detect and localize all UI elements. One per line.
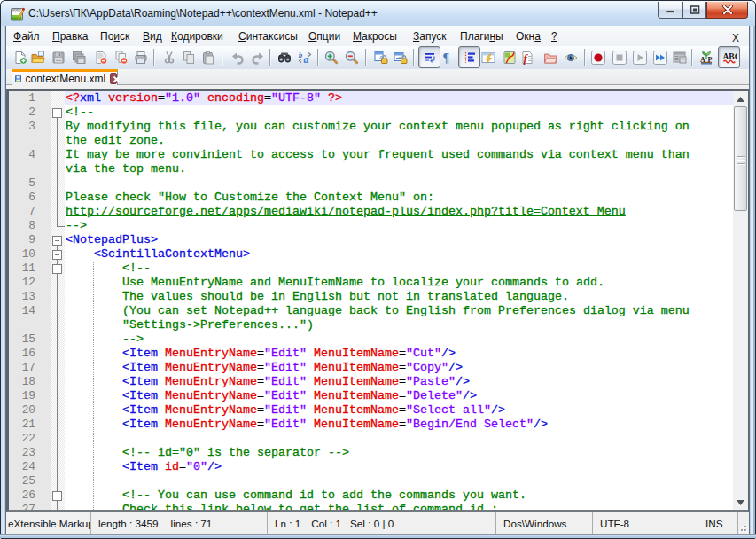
minimize-button[interactable] [658, 2, 682, 19]
code-text[interactable]: By modifying this file, you can customiz… [65, 120, 745, 134]
line-number-margin[interactable] [9, 318, 51, 332]
code-text[interactable]: --> [65, 332, 745, 347]
text-editor[interactable]: 1<?xml version="1.0" encoding="UTF-8" ?>… [9, 91, 748, 510]
line-number-margin[interactable]: 1 [9, 91, 51, 105]
menu-вид[interactable]: Вид [136, 26, 168, 46]
line-number-margin[interactable]: 9 [9, 233, 51, 247]
code-text[interactable] [65, 432, 745, 446]
macro-record-button[interactable] [588, 48, 608, 67]
menu-окна[interactable]: Окна [510, 26, 547, 46]
code-text[interactable]: (You can set Notepad++ language back to … [65, 304, 745, 318]
code-text[interactable]: <!-- id="0" is the separator --> [65, 446, 745, 460]
document-map-button[interactable] [500, 48, 519, 67]
menu-макросы[interactable]: Макросы [347, 26, 403, 46]
line-number-margin[interactable]: 21 [9, 418, 51, 432]
line-number-margin[interactable]: 23 [9, 446, 51, 460]
line-number-margin[interactable]: 4 [9, 148, 51, 162]
save-file-button[interactable] [49, 48, 68, 67]
fold-collapse-icon[interactable] [51, 247, 65, 262]
macro-run-multiple-button[interactable] [651, 48, 670, 67]
indent-guide-button[interactable] [458, 46, 480, 68]
find-button[interactable] [275, 48, 294, 67]
menu-поиск[interactable]: Поиск [94, 26, 136, 46]
menu-кодировки[interactable]: Кодировки [165, 26, 230, 46]
line-number-margin[interactable]: 7 [9, 205, 51, 219]
code-text[interactable]: It may be more convinient to access to y… [65, 148, 745, 162]
code-text[interactable]: <Item MenuEntryName="Edit" MenuItemName=… [65, 375, 745, 389]
fold-collapse-box-icon[interactable] [52, 236, 62, 246]
close-all-button[interactable] [112, 48, 131, 67]
code-text[interactable]: via the top menu. [65, 162, 745, 176]
line-number-margin[interactable]: 26 [9, 488, 51, 503]
line-number-margin[interactable]: 8 [9, 219, 51, 233]
code-text[interactable]: <Item MenuEntryName="Edit" MenuItemName=… [65, 418, 745, 432]
title-bar[interactable]: C:\Users\ПК\AppData\Roaming\Notepad++\co… [1, 1, 755, 26]
line-number-margin[interactable]: 13 [9, 290, 51, 304]
macro-save-button[interactable] [670, 48, 690, 67]
line-number-margin[interactable]: 10 [9, 247, 51, 262]
open-file-button[interactable] [28, 48, 48, 67]
scroll-up-button[interactable] [733, 91, 748, 106]
menu-плагины[interactable]: Плагины [454, 26, 510, 46]
sync-horizontal-scrolling-button[interactable] [391, 48, 410, 67]
menu-правка[interactable]: Правка [46, 26, 95, 46]
menu-запуск[interactable]: Запуск [407, 26, 453, 46]
line-number-margin[interactable]: 25 [9, 474, 51, 488]
code-text[interactable] [65, 176, 745, 191]
code-text[interactable]: the edit zone. [65, 134, 745, 148]
monitoring-button[interactable] [561, 48, 581, 67]
menu-опции[interactable]: Опции [302, 26, 347, 46]
code-text[interactable]: <!-- [65, 262, 745, 276]
menu-синтаксисы[interactable]: Синтаксисы [232, 26, 304, 46]
code-text[interactable]: <!-- [65, 105, 745, 120]
line-number-margin[interactable]: 16 [9, 347, 51, 361]
tab-contextmenu-xml[interactable]: contextMenu.xml [12, 69, 118, 85]
line-number-margin[interactable]: 5 [9, 176, 51, 191]
fold-collapse-box-icon[interactable] [52, 250, 62, 260]
close-button[interactable] [706, 2, 748, 19]
tab-close-button[interactable] [110, 73, 117, 84]
scrollbar-thumb[interactable] [734, 106, 747, 211]
menu-файл[interactable]: Файл [7, 26, 46, 46]
fold-collapse-box-icon[interactable] [52, 108, 62, 118]
line-number-margin[interactable]: 14 [9, 304, 51, 318]
code-text[interactable]: "Settings->Preferences...") [65, 318, 745, 332]
print-button[interactable] [131, 48, 151, 67]
fold-collapse-box-icon[interactable] [52, 491, 62, 501]
fold-collapse-icon[interactable] [51, 233, 65, 247]
maximize-button[interactable] [682, 2, 706, 19]
menu-?[interactable]: ? [545, 26, 564, 46]
zoom-in-button[interactable] [322, 48, 341, 67]
line-number-margin[interactable]: 19 [9, 389, 51, 403]
vertical-scrollbar[interactable] [733, 91, 748, 510]
line-number-margin[interactable] [9, 162, 51, 176]
line-number-margin[interactable]: 20 [9, 403, 51, 418]
line-number-margin[interactable]: 27 [9, 503, 51, 510]
line-number-margin[interactable]: 17 [9, 361, 51, 375]
paste-button[interactable] [199, 48, 218, 67]
line-number-margin[interactable]: 22 [9, 432, 51, 446]
line-number-margin[interactable]: 18 [9, 375, 51, 389]
line-number-margin[interactable]: 15 [9, 332, 51, 347]
line-number-margin[interactable]: 3 [9, 120, 51, 134]
show-all-characters-button[interactable]: ¶ [438, 48, 457, 67]
function-list-button[interactable]: f [518, 48, 537, 67]
menubar-close-document[interactable]: X [732, 32, 739, 44]
line-number-margin[interactable]: 2 [9, 105, 51, 120]
fold-collapse-icon[interactable] [51, 105, 65, 120]
zoom-out-button[interactable] [342, 48, 362, 67]
sync-vertical-scrolling-button[interactable] [371, 48, 391, 67]
code-text[interactable]: Use MenuEntryName and MenuItemName to lo… [65, 276, 745, 290]
line-number-margin[interactable]: 6 [9, 191, 51, 205]
line-number-margin[interactable]: 11 [9, 262, 51, 276]
macro-play-button[interactable] [630, 48, 650, 67]
code-text[interactable]: <Item MenuEntryName="Edit" MenuItemName=… [65, 389, 745, 403]
comment-hyperlink[interactable]: http://sourceforge.net/apps/mediawiki/no… [66, 205, 626, 218]
copy-button[interactable] [179, 48, 199, 67]
code-text[interactable]: <NotepadPlus> [65, 233, 745, 247]
save-all-button[interactable] [69, 48, 89, 67]
cut-button[interactable] [160, 48, 179, 67]
code-text[interactable]: <Item MenuEntryName="Edit" MenuItemName=… [65, 403, 745, 418]
macro-stop-button[interactable] [610, 48, 629, 67]
fold-collapse-icon[interactable] [51, 262, 65, 276]
